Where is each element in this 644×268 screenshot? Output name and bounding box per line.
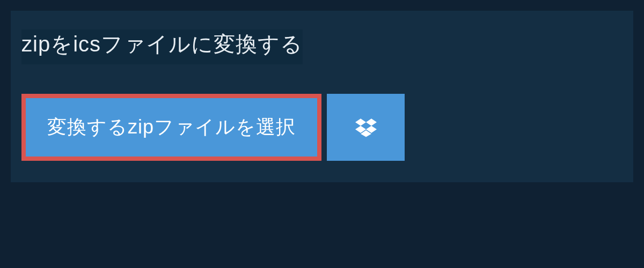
dropbox-button[interactable] [327,94,405,161]
select-file-label: 変換するzipファイルを選択 [47,114,296,140]
converter-panel: zipをicsファイルに変換する 変換するzipファイルを選択 [11,11,633,182]
dropbox-icon [355,117,377,138]
select-file-button[interactable]: 変換するzipファイルを選択 [21,94,321,161]
page-title: zipをicsファイルに変換する [21,29,303,59]
button-row: 変換するzipファイルを選択 [21,94,623,161]
heading-wrapper: zipをicsファイルに変換する [21,29,303,64]
